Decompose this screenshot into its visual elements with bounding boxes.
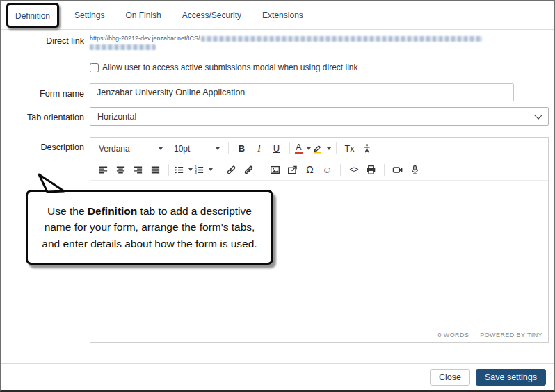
image-upload-button[interactable]	[284, 161, 300, 178]
special-character-button[interactable]: Ω	[302, 161, 318, 178]
link-icon	[226, 165, 236, 175]
image-upload-icon	[287, 165, 298, 175]
align-center-button[interactable]	[113, 161, 129, 178]
image-icon	[270, 165, 280, 175]
direct-link-label: Direct link	[1, 36, 84, 46]
allow-submissions-label: Allow user to access active submissions …	[102, 63, 358, 72]
video-button[interactable]	[389, 161, 405, 178]
definition-tab-annotation: Definition	[6, 3, 59, 28]
definition-callout: Use the Definition tab to add a descript…	[26, 190, 273, 265]
source-code-button[interactable]: <>	[346, 161, 362, 178]
print-button[interactable]	[363, 161, 379, 178]
align-right-button[interactable]	[130, 161, 146, 178]
font-family-select[interactable]: Verdana	[95, 140, 167, 157]
svg-text:3: 3	[195, 170, 197, 174]
redacted-url-segment	[201, 36, 483, 42]
tab-bar: Definition Settings On Finish Access/Sec…	[1, 1, 554, 30]
highlight-color-button[interactable]	[312, 140, 331, 157]
microphone-icon	[410, 165, 420, 175]
italic-button[interactable]: I	[251, 140, 267, 157]
bullet-list-button[interactable]	[174, 161, 193, 178]
bold-button[interactable]: B	[234, 140, 250, 157]
numbered-list-button[interactable]: 1 2 3	[194, 161, 213, 178]
underline-button[interactable]: U	[268, 140, 284, 157]
toolbar-separator	[289, 142, 290, 154]
footer-buttons: Close Save settings	[430, 369, 546, 386]
chevron-down-icon	[327, 147, 331, 150]
tab-on-finish[interactable]: On Finish	[125, 10, 161, 20]
chevron-down-icon	[216, 147, 220, 150]
tab-access-security[interactable]: Access/Security	[182, 10, 241, 20]
toolbar-separator	[218, 164, 218, 176]
editor-toolbar-row-1: Verdana 10pt B I U A	[90, 138, 548, 159]
accessibility-checker-button[interactable]	[359, 140, 375, 157]
toolbar-separator	[168, 164, 169, 176]
toolbar-separator	[384, 164, 385, 176]
video-icon	[392, 165, 403, 175]
numbered-list-icon: 1 2 3	[194, 165, 204, 175]
powered-by-tiny[interactable]: POWERED BY TINY	[480, 332, 542, 338]
redacted-url-segment	[90, 44, 156, 50]
callout-tail	[36, 173, 68, 193]
clear-formatting-button[interactable]: Tx	[341, 140, 357, 157]
form-name-input[interactable]	[90, 83, 514, 101]
chevron-down-icon	[307, 147, 311, 150]
microphone-button[interactable]	[407, 161, 423, 178]
allow-submissions-row: Allow user to access active submissions …	[90, 63, 358, 72]
tab-extensions[interactable]: Extensions	[262, 10, 303, 20]
tab-settings[interactable]: Settings	[74, 10, 104, 20]
chevron-down-icon	[159, 147, 163, 150]
align-center-icon	[115, 165, 126, 175]
form-name-label: Form name	[1, 89, 84, 99]
direct-link-url[interactable]: https://hbg-20212-dev.jenzabar.net/ICS/	[90, 34, 549, 51]
toolbar-separator	[340, 164, 341, 176]
tab-definition[interactable]: Definition	[15, 11, 50, 21]
align-justify-button[interactable]	[147, 161, 163, 178]
bullet-list-icon	[174, 165, 184, 175]
close-button[interactable]: Close	[430, 369, 470, 386]
toolbar-separator	[228, 142, 229, 154]
text-color-button[interactable]: A	[295, 140, 311, 157]
allow-submissions-checkbox[interactable]	[90, 63, 99, 72]
toolbar-separator	[336, 142, 337, 154]
print-icon	[366, 165, 376, 175]
tab-orientation-value: Horizontal	[97, 112, 136, 122]
unlink-button[interactable]	[241, 161, 257, 178]
callout-text: Use the Definition tab to add a descript…	[42, 205, 257, 250]
align-left-button[interactable]	[95, 161, 111, 178]
footer-divider	[1, 363, 554, 364]
align-right-icon	[133, 165, 143, 175]
editor-toolbar-row-2: 1 2 3	[90, 159, 548, 181]
tab-orientation-label: Tab orientation	[1, 113, 84, 122]
toolbar-separator	[262, 164, 262, 176]
direct-link-url-visible[interactable]: https://hbg-20212-dev.jenzabar.net/ICS/	[90, 35, 200, 42]
unlink-icon	[243, 165, 254, 175]
align-left-icon	[98, 165, 108, 175]
highlight-color-icon	[312, 143, 323, 154]
description-label: Description	[1, 142, 84, 152]
emoticon-button[interactable]: ☺	[319, 161, 335, 178]
text-color-icon: A	[295, 143, 302, 154]
chevron-down-icon	[188, 168, 193, 171]
word-count: 0 WORDS	[438, 332, 469, 338]
link-button[interactable]	[223, 161, 239, 178]
form-settings-page: Definition Settings On Finish Access/Sec…	[0, 0, 555, 392]
chevron-down-icon	[209, 168, 213, 171]
tab-orientation-select[interactable]: Horizontal	[90, 107, 549, 126]
align-justify-icon	[150, 165, 161, 175]
editor-status-bar: 0 WORDS POWERED BY TINY	[90, 327, 548, 342]
image-button[interactable]	[267, 161, 283, 178]
save-settings-button[interactable]: Save settings	[476, 369, 546, 386]
accessibility-checker-icon	[362, 143, 372, 154]
chevron-down-icon	[534, 111, 542, 119]
font-size-select[interactable]: 10pt	[170, 140, 224, 157]
